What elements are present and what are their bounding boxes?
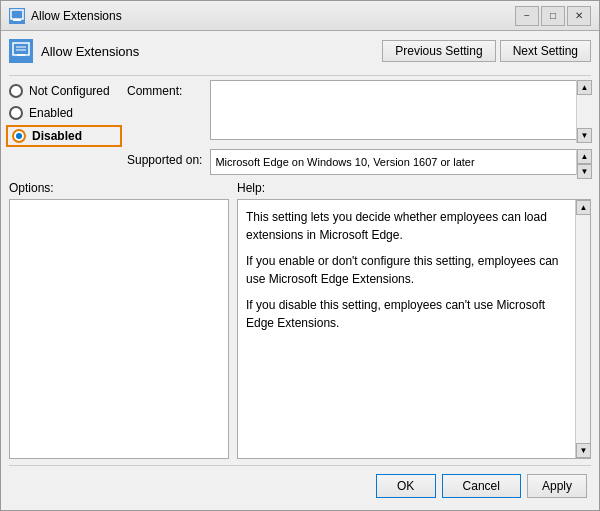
radio-label-not-configured: Not Configured (29, 84, 110, 98)
comment-textarea[interactable] (210, 80, 591, 140)
radio-disabled[interactable]: Disabled (9, 128, 119, 144)
cancel-button[interactable]: Cancel (442, 474, 521, 498)
radio-circle-enabled (9, 106, 23, 120)
scroll-down-btn[interactable]: ▼ (577, 128, 592, 143)
title-bar-left: Allow Extensions (9, 8, 122, 24)
radio-circle-disabled (12, 129, 26, 143)
close-button[interactable]: ✕ (567, 6, 591, 26)
options-panel: Options: (9, 181, 229, 459)
apply-button[interactable]: Apply (527, 474, 587, 498)
comment-control: ▲ ▼ (210, 80, 591, 143)
supported-label: Supported on: (127, 149, 202, 167)
help-text-3: If you disable this setting, employees c… (246, 296, 582, 332)
comment-label: Comment: (127, 80, 202, 98)
supported-control: Microsoft Edge on Windows 10, Version 16… (210, 149, 591, 175)
dialog-title: Allow Extensions (41, 44, 139, 59)
radio-circle-not-configured (9, 84, 23, 98)
svg-rect-2 (13, 43, 29, 55)
radio-label-enabled: Enabled (29, 106, 73, 120)
radio-label-disabled: Disabled (32, 129, 82, 143)
comment-scrollbar[interactable]: ▲ ▼ (576, 80, 591, 143)
scroll-track (577, 95, 591, 128)
comment-row: Comment: ▲ ▼ (127, 80, 591, 143)
title-controls: − □ ✕ (515, 6, 591, 26)
header-left: Allow Extensions (9, 39, 139, 63)
svg-rect-5 (17, 54, 25, 56)
help-scroll-track (576, 215, 590, 443)
title-bar: Allow Extensions − □ ✕ (1, 1, 599, 31)
help-scroll-up[interactable]: ▲ (576, 200, 591, 215)
prev-setting-button[interactable]: Previous Setting (382, 40, 495, 62)
supported-scrollbar[interactable]: ▲ ▼ (576, 149, 591, 175)
radio-not-configured[interactable]: Not Configured (9, 84, 119, 98)
minimize-button[interactable]: − (515, 6, 539, 26)
help-panel: Help: ▲ ▼ This setting lets you decide w… (237, 181, 591, 459)
supported-field: Microsoft Edge on Windows 10, Version 16… (210, 149, 591, 175)
options-label: Options: (9, 181, 229, 195)
help-scrollbar[interactable]: ▲ ▼ (575, 200, 590, 458)
window-title: Allow Extensions (31, 9, 122, 23)
dialog-content: Allow Extensions Previous Setting Next S… (1, 31, 599, 510)
help-scroll-down[interactable]: ▼ (576, 443, 591, 458)
supported-value: Microsoft Edge on Windows 10, Version 16… (215, 156, 474, 168)
svg-rect-1 (13, 19, 21, 21)
help-text-1: This setting lets you decide whether emp… (246, 208, 582, 244)
radio-dot-disabled (16, 133, 22, 139)
supported-row: Supported on: Microsoft Edge on Windows … (127, 149, 591, 175)
help-box: ▲ ▼ This setting lets you decide whether… (237, 199, 591, 459)
help-label: Help: (237, 181, 591, 195)
dialog-header: Allow Extensions Previous Setting Next S… (9, 39, 591, 63)
dialog-footer: OK Cancel Apply (9, 465, 591, 502)
supported-scroll-down[interactable]: ▼ (577, 164, 592, 179)
policy-icon (9, 39, 33, 63)
scroll-up-btn[interactable]: ▲ (577, 80, 592, 95)
supported-scroll-up[interactable]: ▲ (577, 149, 592, 164)
radio-group: Not Configured Enabled Disabled (9, 80, 119, 175)
main-window: Allow Extensions − □ ✕ Allow Extensions (0, 0, 600, 511)
bottom-panels: Options: Help: ▲ ▼ This setting lets you… (9, 181, 591, 459)
nav-buttons: Previous Setting Next Setting (382, 40, 591, 62)
radio-enabled[interactable]: Enabled (9, 106, 119, 120)
header-divider (9, 75, 591, 76)
maximize-button[interactable]: □ (541, 6, 565, 26)
right-section: Comment: ▲ ▼ Supported on: (127, 80, 591, 175)
ok-button[interactable]: OK (376, 474, 436, 498)
help-text-2: If you enable or don't configure this se… (246, 252, 582, 288)
main-body: Not Configured Enabled Disabled (9, 80, 591, 459)
next-setting-button[interactable]: Next Setting (500, 40, 591, 62)
options-box (9, 199, 229, 459)
window-icon (9, 8, 25, 24)
top-section: Not Configured Enabled Disabled (9, 80, 591, 175)
svg-rect-0 (11, 10, 23, 19)
